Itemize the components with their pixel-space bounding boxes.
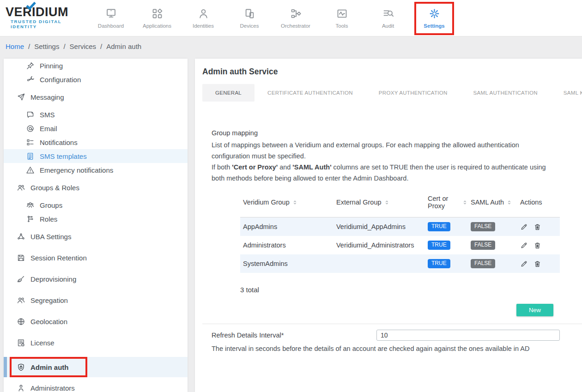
- sidebar-item-segregation[interactable]: Segregation: [4, 293, 188, 307]
- new-button-row: New: [195, 304, 553, 316]
- sidebar-item-groups[interactable]: Groups: [4, 198, 188, 212]
- sidebar-item-admin-auth[interactable]: Admin auth: [4, 357, 188, 377]
- breadcrumb-separator: /: [63, 42, 65, 50]
- wrench-icon: [26, 75, 35, 84]
- sidebar-item-label: Admin auth: [30, 363, 69, 371]
- desc-2-part: and: [278, 163, 292, 171]
- broom-icon: [17, 275, 25, 283]
- saml-auth-badge: FALSE: [471, 241, 495, 250]
- people-icon: [17, 296, 25, 305]
- delete-button[interactable]: [534, 260, 541, 268]
- email-icon: [26, 124, 35, 133]
- pencil-icon: [520, 241, 528, 249]
- sidebar-item-session-retention[interactable]: Session Retention: [4, 251, 188, 265]
- main-nav: Dashboard Applications Identities Device…: [88, 0, 457, 32]
- group-mapping-section: Group mapping List of mappings between a…: [212, 129, 582, 184]
- sidebar-item-configuration[interactable]: Configuration: [4, 72, 188, 86]
- group-icon: [26, 201, 35, 210]
- warning-icon: [26, 166, 35, 175]
- settings-sidebar: Pinning Configuration Messaging SMS Emai…: [4, 59, 188, 392]
- logo-wordmark: VERIDIUM: [6, 6, 88, 18]
- person-icon: [17, 384, 25, 392]
- group-mapping-desc-2: If both 'Cert or Proxy' and 'SAML Auth' …: [212, 162, 559, 184]
- sidebar-item-administrators[interactable]: Administrators: [4, 381, 188, 392]
- sidebar-item-groups-roles[interactable]: Groups & Roles: [4, 181, 188, 194]
- cert-or-proxy-badge: TRUE: [428, 259, 450, 268]
- nav-item-label: Identities: [193, 23, 214, 29]
- audit-icon: [382, 6, 394, 20]
- tab-saml-ke[interactable]: SAML KE: [551, 84, 582, 102]
- nav-item-tools[interactable]: Tools: [319, 4, 365, 32]
- new-button[interactable]: New: [516, 304, 553, 316]
- tab-saml-authentication[interactable]: SAML AUTHENTICATION: [461, 84, 551, 102]
- tab-general[interactable]: GENERAL: [202, 84, 255, 102]
- column-header-actions: Actions: [517, 199, 560, 206]
- breadcrumb-item-settings[interactable]: Settings: [34, 42, 59, 50]
- refresh-interval-input[interactable]: [376, 330, 560, 341]
- tab-certificate-authentication[interactable]: CERTIFICATE AUTHENTICATION: [255, 84, 366, 102]
- breadcrumb-separator: /: [100, 42, 102, 50]
- nav-item-label: Dashboard: [98, 23, 124, 29]
- sidebar-item-roles[interactable]: Roles: [4, 212, 188, 226]
- trash-icon: [534, 241, 541, 249]
- column-header-external-group[interactable]: External Group: [333, 199, 425, 206]
- send-icon: [17, 93, 25, 102]
- edit-button[interactable]: [520, 241, 528, 249]
- refresh-interval-field: Refresh Details Interval*: [212, 330, 560, 341]
- nav-item-dashboard[interactable]: Dashboard: [88, 4, 134, 32]
- veridium-group-cell: Administrators: [243, 241, 286, 249]
- sidebar-item-geolocation[interactable]: Geolocation: [4, 314, 188, 328]
- breadcrumb-item-home[interactable]: Home: [6, 42, 24, 50]
- people-icon: [17, 183, 25, 192]
- nav-item-identities[interactable]: Identities: [180, 4, 226, 32]
- edit-button[interactable]: [520, 260, 528, 268]
- column-header-cert-or-proxy[interactable]: Cert or Proxy: [425, 195, 468, 210]
- sidebar-item-label: Groups & Roles: [30, 184, 79, 192]
- external-group-cell: Veridiumid_Administrators: [336, 241, 414, 249]
- veridium-logo[interactable]: VERIDIUM TRUSTED DIGITAL IDENTITY: [0, 0, 88, 29]
- table-body: AppAdmins Veridiumid_AppAdmins TRUE FALS…: [240, 217, 560, 273]
- desc-2-part: 'Cert or Proxy': [232, 163, 278, 171]
- uba-icon: [17, 232, 25, 241]
- breadcrumb-item-services[interactable]: Services: [70, 42, 97, 50]
- column-header-veridium-group[interactable]: Veridium Group: [240, 199, 333, 206]
- nav-item-audit[interactable]: Audit: [365, 4, 411, 32]
- sidebar-item-label: SMS: [40, 111, 55, 119]
- nav-item-label: Tools: [336, 23, 348, 29]
- delete-button[interactable]: [534, 241, 541, 249]
- sidebar-item-uba-settings[interactable]: UBA Settings: [4, 229, 188, 243]
- delete-button[interactable]: [534, 223, 541, 231]
- table-header-row: Veridium Group External Group Cert or Pr…: [240, 190, 560, 217]
- sort-icon: [462, 199, 468, 205]
- doc-icon: [26, 152, 35, 161]
- list-icon: [26, 138, 35, 147]
- edit-button[interactable]: [520, 223, 528, 231]
- saml-auth-badge: FALSE: [471, 259, 495, 268]
- sidebar-item-notifications[interactable]: Notifications: [4, 135, 188, 149]
- cert-or-proxy-badge: TRUE: [428, 241, 450, 250]
- logo-check-icon: [26, 2, 36, 10]
- external-group-cell: Veridiumid_AppAdmins: [336, 223, 406, 230]
- pin-icon: [26, 61, 35, 70]
- nav-item-applications[interactable]: Applications: [134, 4, 180, 32]
- sidebar-item-license[interactable]: License: [4, 336, 188, 350]
- sidebar-item-label: Session Retention: [30, 254, 87, 262]
- nav-item-devices[interactable]: Devices: [226, 4, 273, 32]
- sidebar-item-deprovisioning[interactable]: Deprovisioning: [4, 272, 188, 286]
- main-content: Admin auth Service GENERALCERTIFICATE AU…: [195, 59, 582, 392]
- license-icon: [17, 338, 25, 347]
- sidebar-item-messaging[interactable]: Messaging: [4, 90, 188, 104]
- group-mapping-heading: Group mapping: [212, 129, 582, 137]
- sidebar-item-email[interactable]: Email: [4, 121, 188, 135]
- nav-item-settings[interactable]: Settings: [411, 4, 457, 32]
- nav-item-orchestrator[interactable]: Orchestrator: [273, 4, 319, 32]
- sidebar-item-label: Email: [40, 125, 57, 133]
- tab-proxy-authentication[interactable]: PROXY AUTHENTICATION: [366, 84, 461, 102]
- sidebar-item-emergency-notifications[interactable]: Emergency notifications: [4, 163, 188, 177]
- identity-icon: [197, 6, 210, 20]
- sidebar-item-sms-templates[interactable]: SMS templates: [4, 149, 188, 163]
- sidebar-item-sms[interactable]: SMS: [4, 108, 188, 121]
- sidebar-item-pinning[interactable]: Pinning: [4, 59, 188, 72]
- pencil-icon: [520, 260, 528, 268]
- column-header-saml-auth[interactable]: SAML Auth: [468, 199, 517, 206]
